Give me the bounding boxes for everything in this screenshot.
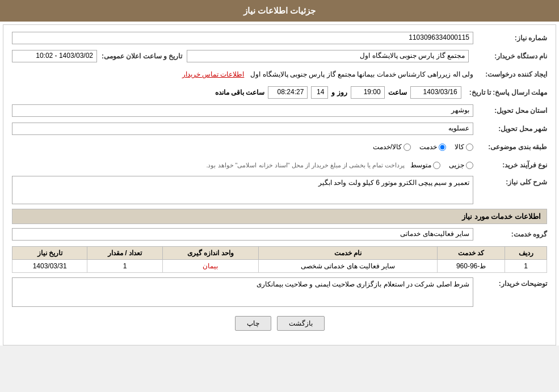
purchase-type-wrapper: جزیی متوسط پرداخت تمام یا بخشی از مبلغ خ… <box>12 161 473 169</box>
deadline-time: 19:00 <box>351 86 385 99</box>
category-radio-both[interactable] <box>404 144 411 151</box>
deadline-row: مهلت ارسال پاسخ: تا تاریخ: 1403/03/16 سا… <box>12 85 547 100</box>
buyer-dept-row: نام دستگاه خریدار: مجتمع گاز پارس جنوبی … <box>12 49 547 64</box>
cell-quantity: 1 <box>87 260 162 273</box>
col-header-quantity: تعداد / مقدار <box>87 247 162 260</box>
need-number-row: شماره نیاز: 1103096334000115 <box>12 31 547 45</box>
province-label: استان محل تحویل: <box>473 107 547 115</box>
col-header-service-code: کد خدمت <box>437 247 505 260</box>
table-body: 1 ط-96-960 سایر فعالیت های خدماتی شخصی ب… <box>12 260 547 273</box>
service-group-label: گروه خدمت: <box>473 230 547 238</box>
creator-label: ایجاد کننده درخواست: <box>473 70 547 78</box>
purchase-option-jozii[interactable]: جزیی <box>449 161 473 169</box>
table-header-row: ردیف کد خدمت نام خدمت واحد اندازه گیری ت… <box>12 247 547 260</box>
creator-wrapper: ولی اله زیرراهی کارشناس خدمات بیمانها مج… <box>12 70 473 78</box>
purchase-type-row: نوع فرآیند خرید: جزیی متوسط پرداخت تمام … <box>12 158 547 172</box>
print-button[interactable]: چاپ <box>235 316 271 331</box>
contact-link[interactable]: اطلاعات تماس خریدار <box>182 70 245 78</box>
category-option-both[interactable]: کالا/خدمت <box>373 143 411 151</box>
content-area: شماره نیاز: 1103096334000115 نام دستگاه … <box>3 24 556 345</box>
buyer-notes-row: توضیحات خریدار: شرط اصلی شرکت در استعلام… <box>12 277 547 307</box>
cell-row-num: 1 <box>505 260 547 273</box>
category-option-kala[interactable]: کالا <box>455 143 473 151</box>
deadline-remaining-label: ساعت باقی مانده <box>215 88 265 96</box>
deadline-remaining: 08:24:27 <box>268 86 308 99</box>
category-row: طبقه بندی موضوعی: کالا خدمت کالا/خدمت <box>12 140 547 154</box>
creator-row: ایجاد کننده درخواست: ولی اله زیرراهی کار… <box>12 67 547 82</box>
city-value: عسلویه <box>12 123 473 135</box>
purchase-label-motavasset: متوسط <box>410 161 431 169</box>
cell-unit: بیمان <box>162 260 258 273</box>
deadline-date: 1403/03/16 <box>410 86 461 99</box>
city-label: شهر محل تحویل: <box>473 125 547 133</box>
buyer-dept-value: مجتمع گاز پارس جنوبی پالایشگاه اول <box>187 50 469 62</box>
purchase-option-motavasset[interactable]: متوسط <box>410 161 440 169</box>
category-label-both: کالا/خدمت <box>373 143 402 151</box>
deadline-label: مهلت ارسال پاسخ: تا تاریخ: <box>465 88 547 96</box>
purchase-radio-motavasset[interactable] <box>433 162 440 169</box>
province-row: استان محل تحویل: بوشهر <box>12 103 547 118</box>
services-table-section: ردیف کد خدمت نام خدمت واحد اندازه گیری ت… <box>12 246 547 273</box>
need-number-label: شماره نیاز: <box>473 34 547 42</box>
table-row: 1 ط-96-960 سایر فعالیت های خدماتی شخصی ب… <box>12 260 547 273</box>
service-group-row: گروه خدمت: سایر فعالیت‌های خدماتی <box>12 227 547 242</box>
table-header: ردیف کد خدمت نام خدمت واحد اندازه گیری ت… <box>12 247 547 260</box>
category-label: طبقه بندی موضوعی: <box>473 143 547 151</box>
category-label-kala: کالا <box>455 143 464 151</box>
service-group-value: سایر فعالیت‌های خدماتی <box>12 228 473 241</box>
deadline-time-label: ساعت <box>388 88 407 96</box>
col-header-date: تاریخ نیاز <box>12 247 87 260</box>
category-option-khedmat[interactable]: خدمت <box>419 143 446 151</box>
deadline-days: 14 <box>311 86 328 99</box>
purchase-note: پرداخت تمام یا بخشی از مبلغ خریدار از مح… <box>206 162 405 169</box>
buyer-dept-label: نام دستگاه خریدار: <box>473 52 547 60</box>
purchase-radio-jozii[interactable] <box>466 162 473 169</box>
category-label-khedmat: خدمت <box>419 143 437 151</box>
need-desc-label: شرح کلی نیاز: <box>473 176 547 186</box>
cell-service-name: سایر فعالیت های خدماتی شخصی <box>259 260 438 273</box>
col-header-row-num: ردیف <box>505 247 547 260</box>
city-row: شهر محل تحویل: عسلویه <box>12 121 547 136</box>
creator-value: ولی اله زیرراهی کارشناس خدمات بیمانها مج… <box>250 70 473 78</box>
announce-date-label: تاریخ و ساعت اعلان عمومی: <box>102 52 182 60</box>
announce-date-value: 1403/03/02 - 10:02 <box>12 50 97 62</box>
services-section-title: اطلاعات خدمات مورد نیاز <box>12 209 547 224</box>
purchase-label-jozii: جزیی <box>449 161 464 169</box>
col-header-unit: واحد اندازه گیری <box>162 247 258 260</box>
bottom-buttons: بازگشت چاپ <box>12 310 547 339</box>
cell-service-code: ط-96-960 <box>437 260 505 273</box>
main-container: جزئیات اطلاعات نیاز شماره نیاز: 11030963… <box>0 0 559 345</box>
category-radio-kala[interactable] <box>466 144 473 151</box>
cell-date: 1403/03/31 <box>12 260 87 273</box>
need-desc-row: شرح کلی نیاز: تعمیر و سیم پیچی الکترو مو… <box>12 176 547 204</box>
col-header-service-name: نام خدمت <box>259 247 438 260</box>
category-radio-khedmat[interactable] <box>439 144 446 151</box>
purchase-type-label: نوع فرآیند خرید: <box>473 161 547 169</box>
category-options: کالا خدمت کالا/خدمت <box>373 143 473 151</box>
back-button[interactable]: بازگشت <box>277 316 325 331</box>
services-table: ردیف کد خدمت نام خدمت واحد اندازه گیری ت… <box>12 246 547 273</box>
purchase-options: جزیی متوسط <box>410 161 473 169</box>
buyer-notes-textarea: شرط اصلی شرکت در استعلام بازگزاری صلاحیت… <box>12 277 473 307</box>
need-number-value: 1103096334000115 <box>12 32 473 44</box>
need-desc-textarea: تعمیر و سیم پیچی الکترو موتور 6 کیلو ولت… <box>12 176 473 204</box>
buyer-notes-label: توضیحات خریدار: <box>473 277 547 288</box>
header-title: جزئیات اطلاعات نیاز <box>243 6 316 15</box>
province-value: بوشهر <box>12 104 473 117</box>
page-header: جزئیات اطلاعات نیاز <box>0 0 559 22</box>
deadline-day-label: روز و <box>331 88 347 96</box>
